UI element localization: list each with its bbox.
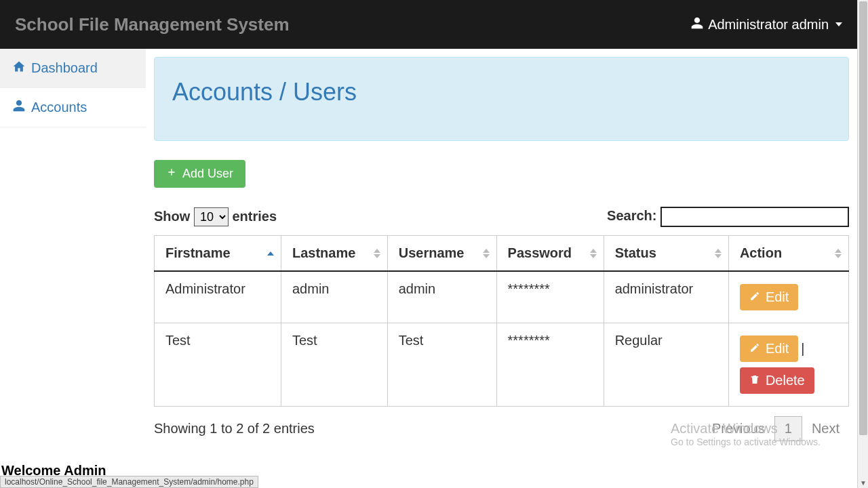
sort-icon <box>374 249 380 258</box>
sort-icon <box>715 249 722 258</box>
navbar: School File Management System Administra… <box>0 0 857 49</box>
cell-action: Edit <box>728 271 848 323</box>
edit-label: Edit <box>766 289 789 305</box>
sort-icon <box>590 249 597 258</box>
user-label: Administrator admin <box>708 17 829 33</box>
col-lastname[interactable]: Lastname <box>281 236 388 272</box>
search-control: Search: <box>607 207 849 227</box>
col-action[interactable]: Action <box>728 236 848 272</box>
scroll-down-icon[interactable]: ▼ <box>858 477 868 488</box>
col-label: Lastname <box>292 245 355 260</box>
cell-status: administrator <box>604 271 728 323</box>
users-table: Firstname Lastname Username Password <box>154 235 849 407</box>
length-suffix: entries <box>232 209 277 224</box>
add-user-label: Add User <box>182 167 233 181</box>
sidebar-item-accounts[interactable]: Accounts <box>0 88 146 127</box>
cell-firstname: Test <box>155 323 281 407</box>
length-select[interactable]: 10 <box>194 207 229 226</box>
col-label: Username <box>399 245 465 260</box>
caret-down-icon <box>835 22 842 26</box>
edit-icon <box>749 341 760 357</box>
length-prefix: Show <box>154 209 190 224</box>
col-firstname[interactable]: Firstname <box>155 236 281 272</box>
cell-username: Test <box>387 323 496 407</box>
table-header-row: Firstname Lastname Username Password <box>155 236 849 272</box>
user-icon <box>690 16 704 33</box>
col-label: Status <box>615 245 656 260</box>
delete-button[interactable]: Delete <box>740 367 814 394</box>
edit-button[interactable]: Edit <box>740 284 798 310</box>
cell-status: Regular <box>604 323 728 407</box>
datatable-footer: Showing 1 to 2 of 2 entries Previous 1 N… <box>154 416 849 441</box>
col-username[interactable]: Username <box>387 236 496 272</box>
sidebar-item-label: Dashboard <box>31 60 98 76</box>
brand-title: School File Management System <box>15 14 290 35</box>
page-header-panel: Accounts / Users <box>154 57 849 141</box>
datatable-info: Showing 1 to 2 of 2 entries <box>154 421 315 436</box>
edit-button[interactable]: Edit <box>740 336 798 362</box>
page-number[interactable]: 1 <box>774 416 802 441</box>
home-icon <box>12 60 26 77</box>
vertical-scrollbar[interactable]: ▲ ▼ <box>857 0 868 488</box>
user-menu[interactable]: Administrator admin <box>690 16 842 33</box>
action-separator: | <box>798 341 807 356</box>
pagination: Previous 1 Next <box>703 416 849 441</box>
statusbar-url: localhost/Online_School_file_Management_… <box>0 476 258 488</box>
table-row: Administrator admin admin ******** admin… <box>155 271 849 323</box>
sidebar-item-label: Accounts <box>31 100 87 115</box>
search-label: Search: <box>607 208 656 223</box>
sidebar-item-dashboard[interactable]: Dashboard <box>0 49 146 88</box>
page-title: Accounts / Users <box>172 78 831 106</box>
scroll-thumb[interactable] <box>859 1 867 435</box>
cell-lastname: Test <box>281 323 388 407</box>
sort-icon <box>483 249 490 258</box>
col-password[interactable]: Password <box>496 236 604 272</box>
add-user-button[interactable]: Add User <box>154 160 245 188</box>
page-next[interactable]: Next <box>802 417 849 441</box>
cell-password: ******** <box>496 323 604 407</box>
sort-icon <box>835 249 842 258</box>
cell-password: ******** <box>496 271 604 323</box>
length-control: Show 10 entries <box>154 207 277 226</box>
page-prev[interactable]: Previous <box>703 417 774 441</box>
sidebar: Dashboard Accounts <box>0 49 146 441</box>
user-icon <box>12 99 26 116</box>
delete-label: Delete <box>766 373 805 388</box>
edit-label: Edit <box>766 341 789 357</box>
sort-icon <box>267 251 274 256</box>
table-row: Test Test Test ******** Regular Edit | D… <box>155 323 849 407</box>
edit-icon <box>749 289 760 305</box>
trash-icon <box>749 373 760 388</box>
col-label: Firstname <box>165 245 231 260</box>
datatable-controls: Show 10 entries Search: <box>154 207 849 227</box>
cell-lastname: admin <box>281 271 388 323</box>
col-label: Action <box>740 245 782 260</box>
plus-icon <box>166 167 177 181</box>
cell-username: admin <box>387 271 496 323</box>
col-status[interactable]: Status <box>604 236 728 272</box>
search-input[interactable] <box>660 207 849 227</box>
cell-firstname: Administrator <box>155 271 281 323</box>
main-content: Accounts / Users Add User Show 10 entrie… <box>146 49 857 441</box>
cell-action: Edit | Delete <box>728 323 848 407</box>
col-label: Password <box>508 245 572 260</box>
